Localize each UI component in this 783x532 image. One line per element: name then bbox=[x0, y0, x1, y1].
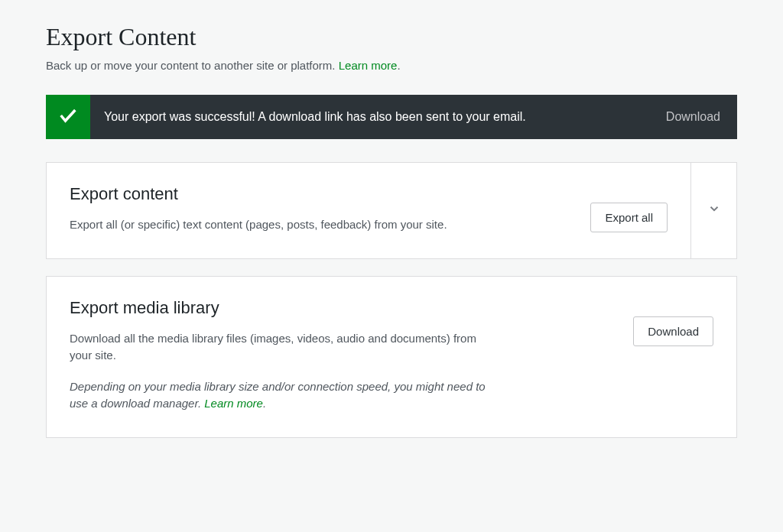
card-action: Export all bbox=[590, 184, 668, 232]
export-media-note: Depending on your media library size and… bbox=[70, 378, 498, 413]
subtitle-suffix: . bbox=[397, 59, 400, 72]
success-banner: Your export was successful! A download l… bbox=[46, 95, 737, 139]
export-content-description: Export all (or specific) text content (p… bbox=[70, 216, 498, 234]
expand-toggle[interactable] bbox=[690, 163, 736, 258]
note-suffix: . bbox=[263, 397, 266, 410]
success-icon-box bbox=[46, 95, 90, 139]
note-text: Depending on your media library size and… bbox=[70, 380, 486, 410]
banner-download-link[interactable]: Download bbox=[649, 95, 737, 139]
page-title: Export Content bbox=[46, 23, 737, 51]
export-content-card: Export content Export all (or specific) … bbox=[46, 162, 737, 259]
chevron-down-icon bbox=[707, 202, 721, 219]
card-action: Download bbox=[633, 298, 713, 346]
card-main: Export content Export all (or specific) … bbox=[47, 163, 690, 258]
learn-more-link[interactable]: Learn more bbox=[339, 59, 398, 72]
success-message: Your export was successful! A download l… bbox=[90, 95, 649, 139]
checkmark-icon bbox=[57, 105, 79, 129]
card-text-block: Export media library Download all the me… bbox=[70, 298, 615, 413]
export-media-description: Download all the media library files (im… bbox=[70, 330, 498, 365]
download-media-button[interactable]: Download bbox=[633, 316, 713, 346]
export-media-title: Export media library bbox=[70, 298, 615, 318]
card-text-block: Export content Export all (or specific) … bbox=[70, 184, 572, 234]
export-all-button[interactable]: Export all bbox=[590, 203, 668, 232]
page-subtitle: Back up or move your content to another … bbox=[46, 59, 737, 72]
card-main: Export media library Download all the me… bbox=[47, 277, 736, 437]
subtitle-text: Back up or move your content to another … bbox=[46, 59, 339, 72]
export-content-title: Export content bbox=[70, 184, 572, 204]
media-learn-more-link[interactable]: Learn more bbox=[204, 397, 263, 410]
export-media-card: Export media library Download all the me… bbox=[46, 276, 737, 438]
